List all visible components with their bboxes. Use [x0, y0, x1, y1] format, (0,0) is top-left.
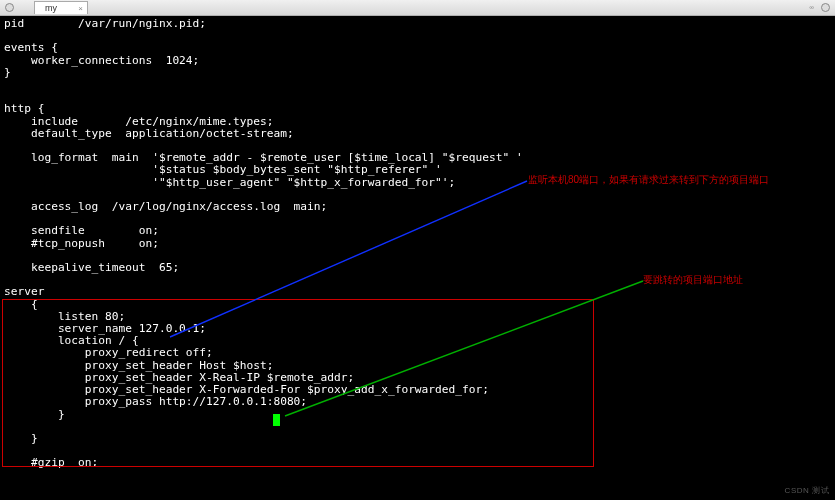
code-line: #tcp_nopush on;: [4, 237, 159, 250]
config-code: pid /var/run/nginx.pid; events { worker_…: [4, 18, 523, 470]
code-line: }: [4, 66, 11, 79]
text-cursor: [273, 414, 280, 426]
close-icon[interactable]: ×: [78, 3, 83, 15]
code-line: '$status $body_bytes_sent "$http_referer…: [4, 163, 442, 176]
code-line: server_name 127.0.0.1;: [4, 322, 206, 335]
code-line: proxy_set_header Host $host;: [4, 359, 273, 372]
code-line: listen 80;: [4, 310, 125, 323]
code-line: access_log /var/log/nginx/access.log mai…: [4, 200, 327, 213]
code-line: keepalive_timeout 65;: [4, 261, 179, 274]
terminal-viewport[interactable]: pid /var/run/nginx.pid; events { worker_…: [0, 16, 835, 500]
code-line: proxy_set_header X-Real-IP $remote_addr;: [4, 371, 354, 384]
window-control-icon[interactable]: [821, 3, 830, 12]
code-line: pid /var/run/nginx.pid;: [4, 17, 206, 30]
file-tab[interactable]: my ×: [34, 1, 88, 14]
code-line: #gzip on;: [4, 456, 98, 469]
code-line: server: [4, 285, 44, 298]
code-line: proxy_pass http://127.0.0.1:8080;: [4, 395, 307, 408]
code-line: default_type application/octet-stream;: [4, 127, 294, 140]
code-line: location / {: [4, 334, 139, 347]
annotation-label-bottom: 要跳转的项目端口地址: [643, 273, 743, 287]
code-line: proxy_set_header X-Forwarded-For $proxy_…: [4, 383, 489, 396]
code-line: proxy_redirect off;: [4, 346, 213, 359]
watermark: CSDN 测试: [785, 485, 829, 496]
code-line: '"$http_user_agent" "$http_x_forwarded_f…: [4, 176, 455, 189]
code-line: log_format main '$remote_addr - $remote_…: [4, 151, 523, 164]
window-control-icon[interactable]: [5, 3, 14, 12]
code-line: events {: [4, 41, 58, 54]
code-line: include /etc/nginx/mime.types;: [4, 115, 273, 128]
code-line: {: [4, 298, 38, 311]
code-line: }: [4, 408, 65, 421]
code-line: worker_connections 1024;: [4, 54, 199, 67]
tab-title: my: [45, 3, 57, 13]
code-line: sendfile on;: [4, 224, 159, 237]
annotation-label-top: 监听本机80端口，如果有请求过来转到下方的项目端口: [528, 173, 769, 187]
menu-icon[interactable]: ◦◦: [809, 3, 813, 12]
code-line: }: [4, 432, 38, 445]
title-bar: my × ◦◦: [0, 0, 835, 16]
code-line: http {: [4, 102, 44, 115]
